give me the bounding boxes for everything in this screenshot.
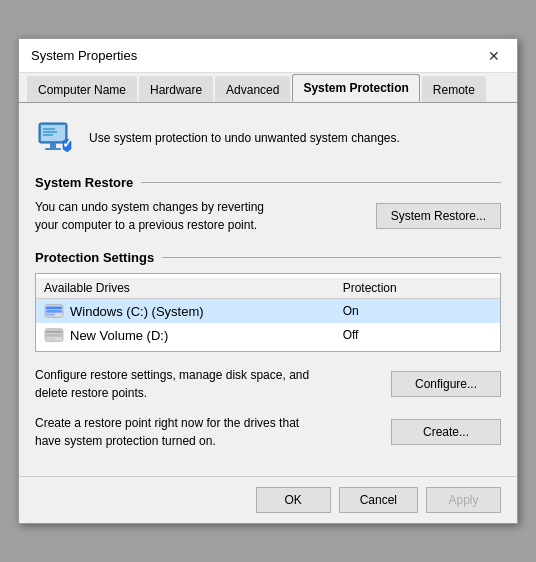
create-desc: Create a restore point right now for the… (35, 414, 379, 450)
svg-text:✓: ✓ (62, 136, 73, 151)
svg-rect-15 (46, 334, 62, 337)
tab-advanced[interactable]: Advanced (215, 76, 290, 102)
configure-desc: Configure restore settings, manage disk … (35, 366, 379, 402)
new-volume-drive-icon (44, 327, 64, 343)
protection-status-d: Off (343, 328, 492, 342)
ok-button[interactable]: OK (256, 487, 331, 513)
tab-system-protection[interactable]: System Protection (292, 74, 419, 102)
drive-cell-c: Windows (C:) (System) (44, 303, 343, 319)
create-row: Create a restore point right now for the… (35, 414, 501, 450)
svg-rect-3 (45, 148, 61, 150)
system-restore-button[interactable]: System Restore... (376, 203, 501, 229)
tab-bar: Computer Name Hardware Advanced System P… (19, 73, 517, 103)
svg-rect-14 (46, 331, 62, 334)
configure-row: Configure restore settings, manage disk … (35, 366, 501, 402)
bottom-bar: OK Cancel Apply (19, 476, 517, 523)
col-available-drives: Available Drives (44, 281, 343, 295)
protection-settings-header: Protection Settings (35, 250, 501, 265)
window-title: System Properties (31, 48, 137, 63)
protection-settings-section: Protection Settings Available Drives Pro… (35, 250, 501, 450)
drive-cell-d: New Volume (D:) (44, 327, 343, 343)
svg-rect-16 (46, 338, 55, 340)
restore-description: You can undo system changes by reverting… (35, 198, 364, 234)
intro-text: Use system protection to undo unwanted s… (89, 130, 400, 147)
restore-row: You can undo system changes by reverting… (35, 198, 501, 234)
system-properties-window: System Properties ✕ Computer Name Hardwa… (18, 38, 518, 524)
create-button[interactable]: Create... (391, 419, 501, 445)
table-header-row: Available Drives Protection (36, 278, 500, 299)
svg-rect-11 (46, 310, 62, 313)
table-row[interactable]: Windows (C:) (System) On (36, 299, 500, 323)
svg-rect-10 (46, 307, 62, 310)
tab-computer-name[interactable]: Computer Name (27, 76, 137, 102)
windows-drive-icon (44, 303, 64, 319)
configure-button[interactable]: Configure... (391, 371, 501, 397)
protection-status-c: On (343, 304, 492, 318)
table-row[interactable]: New Volume (D:) Off (36, 323, 500, 347)
apply-button[interactable]: Apply (426, 487, 501, 513)
system-restore-section: System Restore You can undo system chang… (35, 175, 501, 234)
system-restore-header: System Restore (35, 175, 501, 190)
content-area: ✓ Use system protection to undo unwanted… (19, 103, 517, 476)
col-protection: Protection (343, 281, 492, 295)
tab-hardware[interactable]: Hardware (139, 76, 213, 102)
svg-rect-12 (46, 314, 55, 316)
close-button[interactable]: ✕ (483, 45, 505, 67)
cancel-button[interactable]: Cancel (339, 487, 418, 513)
intro-section: ✓ Use system protection to undo unwanted… (35, 117, 501, 159)
tab-remote[interactable]: Remote (422, 76, 486, 102)
system-protection-icon: ✓ (35, 117, 77, 159)
drives-table: Available Drives Protection Windows (C:) (35, 273, 501, 352)
svg-rect-2 (50, 143, 56, 148)
title-bar: System Properties ✕ (19, 39, 517, 73)
